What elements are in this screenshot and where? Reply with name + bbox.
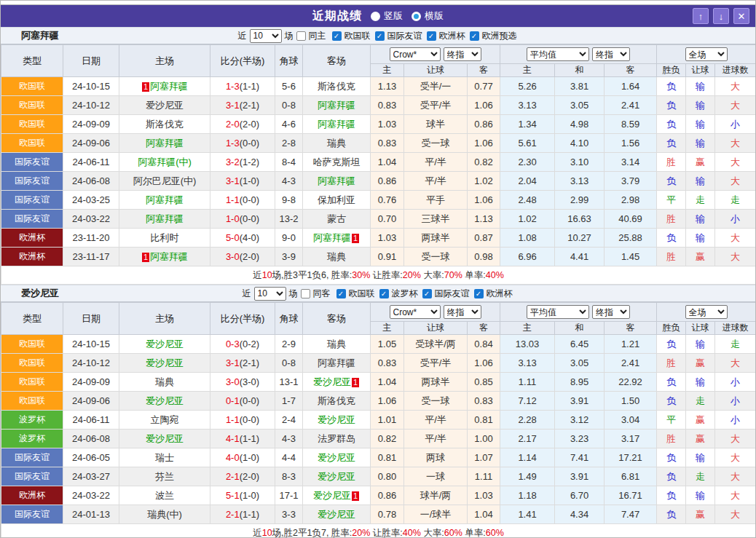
team-name: 爱沙尼亚 xyxy=(318,471,355,482)
away-team: 阿塞拜疆 xyxy=(303,96,371,115)
result-handicap: 输 xyxy=(686,335,715,354)
league-filter-label: 国际友谊 xyxy=(435,288,470,300)
full-time-score: 5-0 xyxy=(226,232,240,243)
league-filter-checkbox[interactable]: ✓ xyxy=(375,31,385,41)
odds-handicap: 受半/一 xyxy=(404,77,468,96)
sub-column-header: 胜负 xyxy=(657,322,686,335)
league-filter-checkbox[interactable]: ✓ xyxy=(379,289,389,298)
odds-stage-select[interactable]: 终指 xyxy=(444,47,481,61)
radio-icon[interactable] xyxy=(371,12,380,21)
avg-home: 5.26 xyxy=(500,77,555,96)
result-handicap: 赢 xyxy=(686,430,715,448)
full-time-score: 1-0 xyxy=(226,213,240,224)
result-win-lose: 负 xyxy=(657,467,686,486)
column-header: 类型 xyxy=(1,303,63,335)
full-time-score: 3-0 xyxy=(226,251,240,262)
team-name: 斯洛伐克 xyxy=(318,81,355,92)
odds-home: 0.83 xyxy=(371,134,404,153)
league-filter-checkbox[interactable]: ✓ xyxy=(470,31,479,41)
match-score: 3-0(3-0) xyxy=(210,373,275,392)
odds-away: 1.06 xyxy=(468,354,500,373)
scope-group: 全场 xyxy=(657,303,756,322)
recent-count-select[interactable]: 10 xyxy=(254,287,286,301)
recent-count-select[interactable]: 10 xyxy=(250,29,282,43)
half-time-score: (3-0) xyxy=(240,376,259,387)
team-name: 蒙古 xyxy=(327,213,346,224)
avg-away: 1.50 xyxy=(605,392,657,411)
avg-away: 22.92 xyxy=(605,373,657,392)
section-team-name: 爱沙尼亚 xyxy=(21,287,59,300)
team-name: 阿塞拜疆 xyxy=(318,100,355,111)
avg-home: 13.03 xyxy=(500,335,555,354)
league-filter-checkbox[interactable]: ✓ xyxy=(427,31,436,41)
same-venue-checkbox[interactable] xyxy=(296,31,306,41)
avg-draw: 4.41 xyxy=(555,248,605,266)
odds-handicap: 受一球 xyxy=(404,392,468,411)
odds-away: 1.00 xyxy=(468,430,500,448)
result-win-lose: 负 xyxy=(657,134,686,153)
layout-radio-vertical[interactable]: 竖版 xyxy=(371,9,403,23)
league-badge: 波罗杯 xyxy=(1,430,63,448)
odds-away: 0.81 xyxy=(468,411,500,430)
results-table: 类型日期主场比分(半场)角球客场Crow*终指平均值终指全场主让球客主和客胜负让… xyxy=(1,44,756,285)
avg-away: 7.47 xyxy=(605,505,657,524)
home-team: 爱沙尼亚 xyxy=(119,96,210,115)
result-handicap: 输 xyxy=(686,172,715,191)
section-header: 爱沙尼亚近10场同客✓欧国联✓波罗杯✓国际友谊✓欧洲杯 xyxy=(1,285,755,302)
match-score: 4-1(1-1) xyxy=(210,430,275,448)
half-time-score: (2-0) xyxy=(240,471,259,482)
home-team: 阿塞拜疆 xyxy=(119,210,210,229)
home-team: 爱沙尼亚 xyxy=(119,430,210,448)
move-up-button[interactable]: ↑ xyxy=(693,8,709,24)
scope-select[interactable]: 全场 xyxy=(685,305,728,319)
match-filter: 近10场同客✓欧国联✓波罗杯✓国际友谊✓欧洲杯 xyxy=(243,287,514,301)
avg-away: 3.14 xyxy=(605,153,657,172)
average-select[interactable]: 平均值 xyxy=(527,305,589,319)
away-team: 爱沙尼亚 xyxy=(303,467,371,486)
league-filter-label: 欧洲杯 xyxy=(439,30,465,42)
scope-select[interactable]: 全场 xyxy=(685,47,728,61)
move-down-button[interactable]: ↓ xyxy=(713,8,729,24)
away-team: 斯洛伐克 xyxy=(303,392,371,411)
avg-home: 1.14 xyxy=(500,448,555,467)
corners: 2-4 xyxy=(275,411,303,430)
home-team: 阿塞拜疆 xyxy=(119,134,210,153)
home-team: 瑞典(中) xyxy=(119,505,210,524)
column-header: 类型 xyxy=(1,45,63,77)
average-select[interactable]: 平均值 xyxy=(527,47,589,61)
summary-row: 近10场,胜3平1负6, 胜率:30% 让胜率:20% 大率:70% 单率:40… xyxy=(1,266,756,285)
avg-draw: 6.70 xyxy=(555,486,605,505)
layout-radio-horizontal[interactable]: 横版 xyxy=(412,9,444,23)
team-name: 阿塞拜疆 xyxy=(146,213,184,224)
sub-column-header: 客 xyxy=(468,64,500,77)
section-team-name: 阿塞拜疆 xyxy=(21,29,59,42)
odds-company-select[interactable]: Crow* xyxy=(390,47,441,61)
radio-icon[interactable] xyxy=(412,12,421,21)
odds-home: 0.76 xyxy=(371,191,404,210)
result-win-lose: 负 xyxy=(657,373,686,392)
avg-home: 6.96 xyxy=(500,248,555,266)
team-name: 阿塞拜疆 xyxy=(146,194,184,205)
league-filter-checkbox[interactable]: ✓ xyxy=(332,31,342,41)
odds-company-select[interactable]: Crow* xyxy=(390,305,441,319)
result-win-lose: 负 xyxy=(657,448,686,467)
league-filter-checkbox[interactable]: ✓ xyxy=(336,289,346,298)
league-filter-checkbox[interactable]: ✓ xyxy=(422,289,432,298)
match-score: 1-0(0-0) xyxy=(210,210,275,229)
avg-draw: 2.99 xyxy=(555,191,605,210)
avg-draw: 3.91 xyxy=(555,392,605,411)
average-stage-select[interactable]: 终指 xyxy=(592,47,630,61)
average-stage-select[interactable]: 终指 xyxy=(592,305,630,319)
avg-away: 2.98 xyxy=(605,191,657,210)
filter-prefix-label: 近 xyxy=(238,30,247,42)
league-badge: 国际友谊 xyxy=(1,448,63,467)
away-team: 斯洛伐克 xyxy=(303,77,371,96)
close-button[interactable]: ✕ xyxy=(733,8,749,24)
league-filter-checkbox[interactable]: ✓ xyxy=(474,289,484,298)
league-badge: 欧国联 xyxy=(1,373,63,392)
same-venue-checkbox[interactable] xyxy=(301,289,310,298)
odds-stage-select[interactable]: 终指 xyxy=(444,305,481,319)
odds-handicap: 三球半 xyxy=(404,210,468,229)
league-badge: 欧洲杯 xyxy=(1,486,63,505)
match-row: 欧国联24-10-151阿塞拜疆1-3(1-1)5-6斯洛伐克1.13受半/一0… xyxy=(1,77,756,96)
